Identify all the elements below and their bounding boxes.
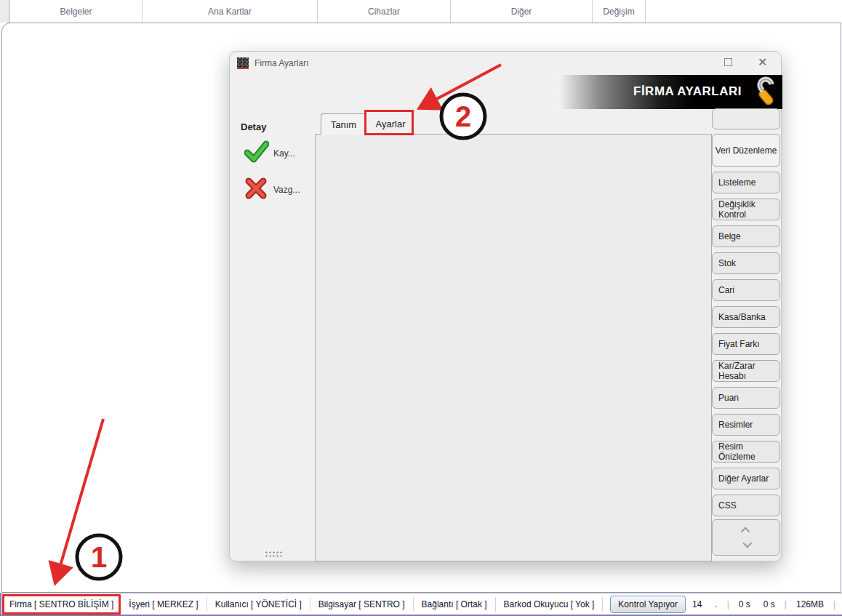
save-check-icon[interactable] <box>244 140 269 164</box>
tab-tanim[interactable]: Tanım <box>321 113 366 135</box>
status-metric: 14 <box>686 599 708 609</box>
annotation-box-ayarlar <box>364 110 414 135</box>
top-bar-corner <box>0 0 9 23</box>
sidebar-button[interactable]: Veri Düzenleme <box>712 134 780 167</box>
sidebar-button[interactable]: Kar/Zarar Hesabı <box>712 360 780 382</box>
status-metric: 126MB <box>790 599 830 609</box>
sidebar-button[interactable]: Cari <box>712 279 780 301</box>
status-metric: . <box>708 599 723 609</box>
settings-panel <box>315 134 712 561</box>
status-metric: | <box>830 599 838 609</box>
wrench-icon <box>747 76 779 108</box>
status-item[interactable]: Firma [ SENTRO BİLİŞİM ] <box>2 594 121 615</box>
chevron-down-icon[interactable] <box>742 539 752 548</box>
status-metric: | <box>782 599 790 609</box>
status-metric: | <box>724 599 732 609</box>
top-tab[interactable]: Belgeler <box>9 0 143 23</box>
sidebar-partial-button[interactable] <box>712 108 780 129</box>
sidebar-button[interactable]: Puan <box>712 387 780 409</box>
sidebar-scroll-box[interactable] <box>712 519 780 556</box>
sidebar-button[interactable]: Listeleme <box>712 172 780 193</box>
top-tab[interactable]: Ana Kartlar <box>143 0 318 23</box>
sidebar-button[interactable]: Resim Önizleme <box>712 441 780 463</box>
drag-handle-dots[interactable] <box>265 551 284 558</box>
app-window: BelgelerAna KartlarCihazlarDiğerDeğişim … <box>0 0 842 616</box>
cancel-x-icon[interactable] <box>244 177 268 200</box>
top-tab[interactable]: Diğer <box>451 0 593 23</box>
dialog-title-bar[interactable]: Firma Ayarları ✕ <box>230 52 781 75</box>
detail-header: Detay <box>241 121 266 132</box>
sidebar-button[interactable]: Değişiklik Kontrol <box>712 199 780 220</box>
kontrol-yapiyor-button[interactable]: Kontrol Yapıyor <box>610 596 686 613</box>
firma-ayarlari-dialog: Firma Ayarları ✕ FİRMA AYARLARI Detay Ka… <box>229 51 782 561</box>
dialog-title: Firma Ayarları <box>254 58 308 68</box>
top-tab[interactable]: Cihazlar <box>318 0 451 23</box>
status-metrics: 14.|0 s0 s|126MB|4848445....2_.. <box>686 599 842 609</box>
banner-title: FİRMA AYARLARI <box>633 84 742 99</box>
sidebar-button-list: Veri DüzenlemeListelemeDeğişiklik Kontro… <box>712 134 780 516</box>
dialog-app-icon <box>237 57 249 69</box>
sidebar-button[interactable]: Fiyat Farkı <box>712 333 780 355</box>
sidebar-button[interactable]: CSS <box>712 495 780 516</box>
cancel-button[interactable]: Vazg... <box>273 185 300 195</box>
status-left-items: Firma [ SENTRO BİLİŞİM ]İşyeri [ MERKEZ … <box>1 593 603 615</box>
top-tab-bar: BelgelerAna KartlarCihazlarDiğerDeğişim <box>0 0 842 23</box>
status-metric: 48484 <box>838 599 842 609</box>
close-icon[interactable]: ✕ <box>758 55 767 70</box>
status-item[interactable]: Bilgisayar [ SENTRO ] <box>310 597 414 612</box>
top-tab[interactable]: Değişim <box>593 0 646 23</box>
sidebar-button[interactable]: Diğer Ayarlar <box>712 468 780 489</box>
status-bar: Firma [ SENTRO BİLİŞİM ]İşyeri [ MERKEZ … <box>0 593 842 616</box>
status-item[interactable]: İşyeri [ MERKEZ ] <box>121 597 207 612</box>
status-item[interactable]: Kullanıcı [ YÖNETİCİ ] <box>207 597 310 612</box>
top-tabs: BelgelerAna KartlarCihazlarDiğerDeğişim <box>9 0 646 23</box>
maximize-icon[interactable] <box>724 58 732 66</box>
status-metric: 0 s <box>757 599 782 609</box>
sidebar-button[interactable]: Resimler <box>712 414 780 436</box>
status-item[interactable]: Bağlantı [ Ortak ] <box>414 597 496 612</box>
chevron-up-icon[interactable] <box>740 527 750 537</box>
dialog-banner: FİRMA AYARLARI <box>559 75 782 109</box>
save-button[interactable]: Kay... <box>273 148 295 159</box>
status-item[interactable]: Barkod Okuyucu [ Yok ] <box>496 597 604 612</box>
status-metric: 0 s <box>732 599 757 609</box>
sidebar-button[interactable]: Belge <box>712 225 780 247</box>
sidebar-button[interactable]: Kasa/Banka <box>712 306 780 328</box>
sidebar-button[interactable]: Stok <box>712 252 780 274</box>
